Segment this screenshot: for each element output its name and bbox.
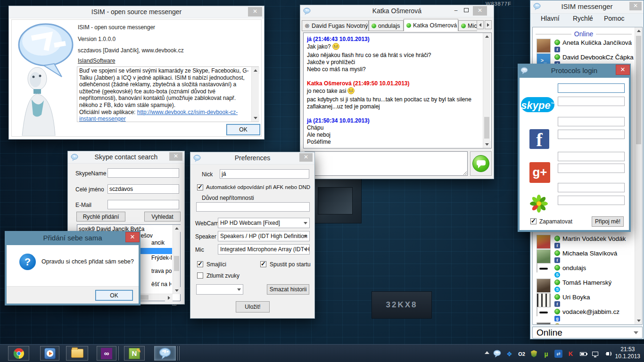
speaker-select[interactable]: Speakers / HP (IDT High Definition: [218, 231, 310, 241]
mic-select[interactable]: Integrated Microphone Array (IDT H: [218, 244, 310, 255]
result-row[interactable]: trava poru: [151, 268, 172, 274]
skype-search-titlebar[interactable]: Skype contact search: [68, 151, 184, 164]
about-titlebar[interactable]: ISIM - open source messenger: [9, 6, 264, 18]
menu-pomoc[interactable]: Pomoc: [604, 15, 625, 22]
scroll-thumb[interactable]: [636, 36, 641, 144]
email-input[interactable]: [107, 200, 179, 209]
contact-row[interactable]: Tomáš Hamerský S: [535, 279, 633, 293]
kaspersky-tray-icon[interactable]: K: [567, 350, 575, 358]
tab-katka-osmerova[interactable]: Katka Ošmerová: [404, 19, 458, 31]
scroll-down-icon[interactable]: [483, 141, 491, 148]
battery-tray-icon[interactable]: [579, 350, 587, 358]
scroll-thumb[interactable]: [484, 117, 489, 139]
message-input[interactable]: [305, 151, 468, 176]
scroll-up-icon[interactable]: [635, 27, 643, 34]
contact-row[interactable]: 697425859: [535, 322, 633, 325]
webcam-select[interactable]: HP HD Webcam [Fixed]: [218, 218, 310, 228]
volume-tray-icon[interactable]: [603, 350, 611, 358]
fullname-input[interactable]: [107, 184, 179, 194]
google-username-input[interactable]: [558, 152, 625, 161]
save-button[interactable]: Uložit!: [236, 301, 270, 313]
nick-input[interactable]: [220, 169, 309, 179]
visual-studio-taskbar-button[interactable]: ∞: [97, 346, 116, 361]
scroll-right-icon[interactable]: [165, 294, 173, 301]
scroll-down-icon[interactable]: [173, 287, 181, 294]
scroll-up-icon[interactable]: [252, 67, 259, 74]
afk-checkbox[interactable]: [197, 184, 203, 190]
icq-password-input[interactable]: [558, 196, 625, 205]
tab-scroll-left-icon[interactable]: [477, 20, 484, 29]
tab-michaela[interactable]: Michaela S: [458, 20, 477, 31]
close-icon[interactable]: ✕: [299, 153, 313, 162]
connect-button[interactable]: Připoj mě!: [592, 216, 624, 227]
mute-checkbox[interactable]: [197, 272, 203, 279]
tray-expand-icon[interactable]: [485, 351, 489, 354]
network-tray-icon[interactable]: [591, 350, 599, 358]
close-icon[interactable]: ✕: [473, 6, 487, 16]
skype-username-input[interactable]: [558, 83, 625, 93]
search-button[interactable]: Vyhledat: [144, 212, 181, 222]
scroll-down-icon[interactable]: [635, 317, 643, 324]
close-icon[interactable]: ✕: [248, 7, 262, 16]
about-scrollbar[interactable]: [251, 67, 259, 122]
teamviewer-tray-icon[interactable]: ⇄: [554, 350, 562, 358]
scroll-thumb[interactable]: [174, 256, 179, 271]
remember-checkbox[interactable]: [530, 218, 537, 224]
tab-ondulajs[interactable]: ondulajs: [369, 20, 404, 31]
utorrent-tray-icon[interactable]: µ: [542, 350, 550, 358]
isim-tray-icon[interactable]: [493, 350, 501, 358]
ok-button[interactable]: OK: [95, 290, 133, 301]
taskbar-clock[interactable]: 21:53 10.1.2013: [615, 346, 640, 360]
media-player-taskbar-button[interactable]: [40, 346, 59, 361]
history-select[interactable]: [196, 284, 243, 295]
dropbox-tray-icon[interactable]: ❖: [505, 350, 513, 358]
close-icon[interactable]: ✕: [169, 152, 182, 161]
contact-row[interactable]: Uri Boyka f: [535, 293, 633, 308]
scroll-up-icon[interactable]: [483, 33, 491, 40]
send-button[interactable]: [470, 151, 492, 176]
close-icon[interactable]: ✕: [125, 232, 140, 242]
notepadpp-taskbar-button[interactable]: N: [124, 346, 145, 361]
messenger-titlebar[interactable]: ISIM messenger: [530, 0, 644, 14]
scroll-down-icon[interactable]: [252, 115, 259, 122]
smileys-checkbox[interactable]: [197, 261, 203, 267]
chat-scrollbar[interactable]: [483, 33, 490, 148]
menu-hlavni[interactable]: Hlavní: [541, 15, 560, 22]
google-password-input[interactable]: [558, 164, 625, 173]
preferences-titlebar[interactable]: Preferences: [190, 152, 314, 165]
shield-tray-icon[interactable]: [530, 350, 538, 358]
skypename-input[interactable]: [107, 168, 179, 178]
contact-row[interactable]: Martin Vodáček Vodák f: [535, 235, 633, 249]
skype-password-input[interactable]: [558, 97, 625, 106]
contact-row[interactable]: ondulajs S: [535, 264, 633, 279]
icq-username-input[interactable]: [558, 183, 625, 192]
tab-scroll-right-icon[interactable]: [485, 20, 492, 29]
clear-history-button[interactable]: Smazat historii: [267, 284, 309, 295]
scroll-up-icon[interactable]: [173, 225, 181, 232]
ok-button[interactable]: OK: [226, 124, 260, 135]
o2-tray-icon[interactable]: O2: [518, 350, 526, 358]
contact-row[interactable]: Aneta Kulička Jančíková f: [535, 39, 633, 53]
protocols-titlebar[interactable]: Protocols login ✕: [518, 64, 631, 78]
status-selector[interactable]: Online: [532, 327, 643, 338]
facebook-password-input[interactable]: [558, 130, 625, 139]
results-scrollbar[interactable]: [173, 225, 180, 294]
tab-david-fugas[interactable]: ⊗ David Fugas Novotný: [302, 20, 369, 31]
minimize-icon[interactable]: –: [452, 7, 460, 14]
quick-add-button[interactable]: Rychlé přidání: [76, 212, 125, 222]
contact-row[interactable]: vodacek@jabbim.cz g: [535, 308, 633, 322]
close-icon[interactable]: ✕: [616, 65, 630, 75]
confirm-titlebar[interactable]: Přidání sebe sama ✕: [5, 231, 140, 245]
result-row[interactable]: Frýdek-Mís: [151, 255, 172, 261]
contact-row[interactable]: Michaela Slavíková f: [535, 249, 633, 264]
menu-rychle[interactable]: Rychlé: [573, 15, 593, 22]
isim-taskbar-button[interactable]: [154, 346, 176, 361]
autostart-checkbox[interactable]: [260, 261, 266, 267]
publisher-link[interactable]: IslandSoftware: [78, 58, 115, 64]
facebook-username-input[interactable]: [558, 117, 625, 126]
result-row[interactable]: ěšť na Har: [151, 281, 172, 288]
maximize-icon[interactable]: [462, 7, 470, 14]
close-icon[interactable]: ✕: [629, 2, 642, 10]
explorer-taskbar-button[interactable]: [66, 346, 88, 361]
reason-input[interactable]: [196, 202, 310, 212]
